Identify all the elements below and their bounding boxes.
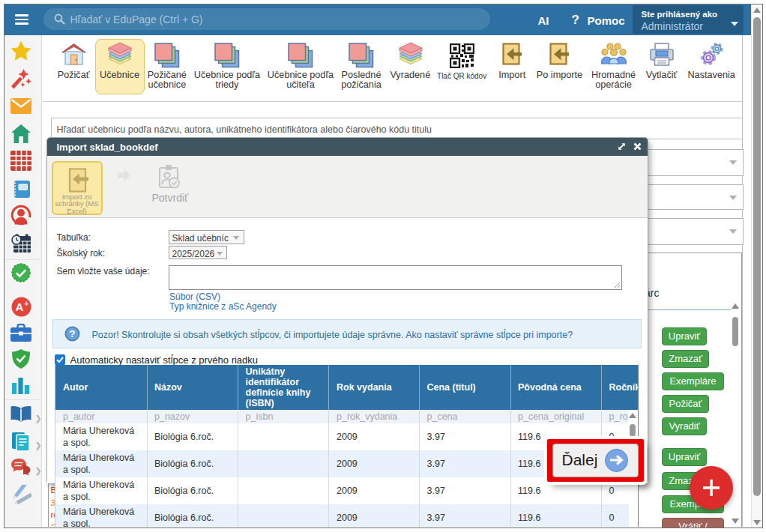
svg-text:A: A [16, 300, 24, 313]
svg-text:?: ? [69, 328, 75, 339]
svg-text:+: + [25, 300, 29, 308]
